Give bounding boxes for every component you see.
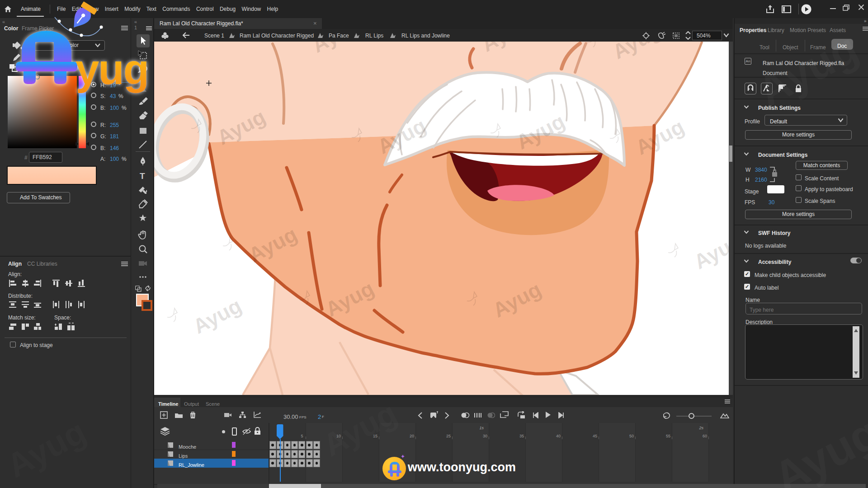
svg-text:T: T [140,171,145,181]
svg-text:Ayug: Ayug [189,294,245,338]
svg-text:Ayug: Ayug [690,229,729,274]
